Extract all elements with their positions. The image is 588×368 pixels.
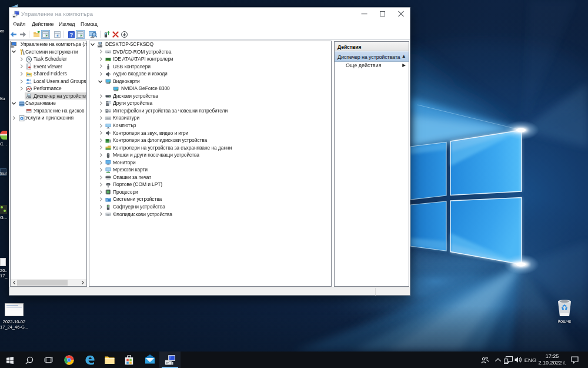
svg-text:?: ?	[70, 32, 74, 38]
